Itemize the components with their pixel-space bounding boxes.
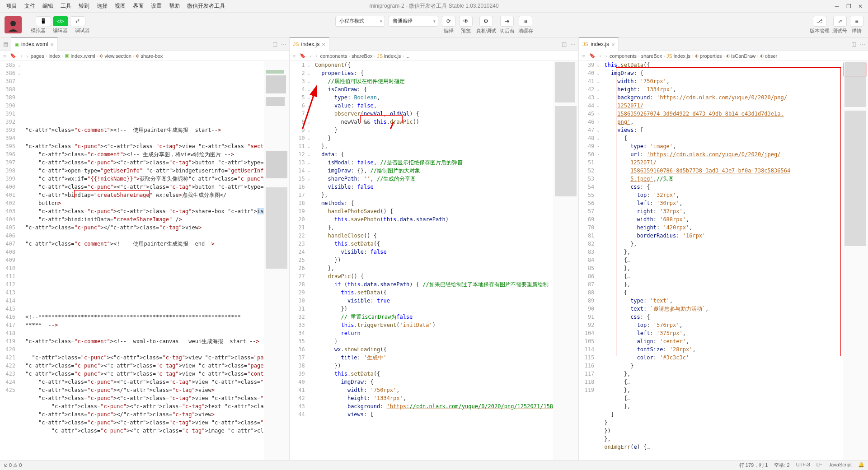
back-icon[interactable]: ‹	[19, 53, 23, 59]
list-icon[interactable]: ≡	[2, 53, 7, 59]
js-file-icon: JS	[293, 42, 299, 47]
close-window-button[interactable]: ✕	[856, 3, 864, 9]
eol[interactable]: LF	[816, 462, 822, 469]
clear-cache-button[interactable]: ≋	[519, 16, 532, 27]
split-editor-icon[interactable]: ◫	[272, 41, 277, 47]
bc-item[interactable]: index.wxml	[70, 53, 95, 59]
fold-gutter[interactable]: ⌄⌄	[18, 61, 24, 460]
more-icon[interactable]: ⋯	[570, 41, 576, 47]
split-editor-icon[interactable]: ◫	[562, 41, 567, 47]
preview-button[interactable]: 👁	[459, 16, 473, 27]
compile-dropdown[interactable]: 普通编译	[389, 16, 438, 27]
problems-count[interactable]: ⊘ 0 ⚠ 0	[4, 462, 22, 468]
menu-select[interactable]: 选择	[93, 1, 111, 11]
minimap[interactable]	[843, 61, 868, 460]
code-content[interactable]: this.setData({ imgDraw: { width: '750rpx…	[603, 61, 843, 460]
list-icon[interactable]: ≡	[291, 53, 297, 59]
forward-icon[interactable]: ›	[604, 53, 608, 59]
bookmark-icon[interactable]: 🔖	[298, 53, 307, 59]
explorer-icon[interactable]: ▤	[0, 41, 11, 47]
fold-gutter[interactable]: ⌄⌄⌄⌄⌄⌄⌄⌄⌄⌄⌄⌄⌄⌄⌄	[308, 61, 314, 460]
element-icon: ⬖	[136, 53, 139, 59]
debugger-button[interactable]: ⇄	[70, 16, 85, 26]
minimap[interactable]	[264, 61, 289, 460]
tab-index-wxml[interactable]: ▣ index.wxml ×	[11, 37, 58, 51]
maximize-button[interactable]: ❐	[845, 3, 853, 9]
editor-button[interactable]: </>	[53, 16, 68, 26]
simulator-label: 模拟器	[31, 27, 46, 34]
forward-icon[interactable]: ›	[314, 53, 319, 59]
tab-label: index.js	[301, 41, 320, 47]
bc-item[interactable]: index.js	[384, 53, 401, 59]
remote-debug-button[interactable]: ⚙	[479, 16, 493, 27]
bc-item[interactable]: pages	[31, 53, 44, 59]
menu-view[interactable]: 视图	[111, 1, 129, 11]
code-content[interactable]: "c-attr">class="c-comment"><!-- 使用painte…	[24, 61, 264, 460]
background-button[interactable]: ⇥	[500, 16, 514, 27]
bc-item[interactable]: index.js	[674, 53, 690, 59]
details-button[interactable]: ≡	[850, 16, 863, 27]
list-icon[interactable]: ≡	[581, 53, 586, 59]
compile-button[interactable]: ⟳	[442, 16, 455, 27]
close-tab-icon[interactable]: ×	[611, 41, 615, 48]
close-tab-icon[interactable]: ×	[50, 41, 54, 48]
menu-project[interactable]: 项目	[3, 1, 21, 11]
back-icon[interactable]: ‹	[598, 53, 603, 59]
bc-item[interactable]: properties	[700, 53, 722, 59]
minimap[interactable]	[553, 61, 578, 460]
bookmark-icon[interactable]: 🔖	[9, 53, 18, 59]
js-file-icon: JS	[582, 42, 588, 47]
status-bar: ⊘ 0 ⚠ 0 行 179，列 1 空格: 2 UTF-8 LF JavaScr…	[0, 460, 868, 470]
bc-item[interactable]: obser	[765, 53, 778, 59]
minimize-button[interactable]: ─	[833, 3, 841, 9]
code-area-3[interactable]: 3940414243444546474849505152535455565769…	[579, 61, 868, 460]
split-editor-icon[interactable]: ◫	[851, 41, 856, 47]
symbol-icon: ⬖	[726, 53, 730, 59]
tab-bar-3: JS index.js × ◫⋯	[579, 37, 868, 51]
more-icon[interactable]: ⋯	[860, 41, 865, 47]
menu-tools[interactable]: 工具	[57, 1, 75, 11]
bc-item[interactable]: view.section	[104, 53, 131, 59]
menu-settings[interactable]: 设置	[147, 1, 165, 11]
bc-item[interactable]: shareBox	[352, 53, 372, 59]
mode-dropdown[interactable]: 小程序模式	[335, 16, 385, 27]
encoding[interactable]: UTF-8	[796, 462, 810, 469]
fold-gutter[interactable]: ⌄⌄⌄⌄⌄⌄››⌄⌄››	[597, 61, 603, 460]
back-icon[interactable]: ‹	[309, 53, 313, 59]
tab-index-js-2[interactable]: JS index.js ×	[290, 37, 329, 51]
simulator-button[interactable]: 📱	[36, 16, 51, 26]
indent-setting[interactable]: 空格: 2	[774, 462, 789, 469]
menu-bar: 项目 文件 编辑 工具 转到 选择 视图 界面 设置 帮助 微信开发者工具 mi…	[0, 0, 868, 13]
line-gutter: 1234567891011121314151617181920212223242…	[290, 61, 308, 460]
bc-item[interactable]: share-box	[141, 53, 163, 59]
menu-edit[interactable]: 编辑	[39, 1, 57, 11]
tab-index-js-3[interactable]: JS index.js ×	[579, 37, 619, 51]
code-content[interactable]: Component({ properties: { //属性值可以在组件使用时指…	[314, 61, 554, 460]
bc-item[interactable]: components	[320, 53, 347, 59]
notifications-icon[interactable]: 🔔	[858, 462, 864, 469]
menu-devtools[interactable]: 微信开发者工具	[183, 1, 229, 11]
menu-file[interactable]: 文件	[21, 1, 39, 11]
code-area-2[interactable]: 1234567891011121314151617181920212223242…	[290, 61, 579, 460]
bookmark-icon[interactable]: 🔖	[588, 53, 597, 59]
code-area-1[interactable]: 3853863873883893903913923933943953963973…	[0, 61, 289, 460]
preview-label: 预览	[461, 28, 471, 34]
wxml-file-icon: ▣	[65, 53, 69, 59]
bc-item[interactable]: isCanDraw	[731, 53, 755, 59]
menu-goto[interactable]: 转到	[75, 1, 93, 11]
close-tab-icon[interactable]: ×	[322, 41, 325, 48]
bc-item[interactable]: components	[610, 53, 637, 59]
debugger-label: 调试器	[75, 27, 90, 34]
menu-help[interactable]: 帮助	[165, 1, 183, 11]
language-mode[interactable]: JavaScript	[829, 462, 852, 469]
version-button[interactable]: ⎇	[813, 16, 826, 27]
bc-item[interactable]: ...	[405, 53, 409, 59]
menu-ui[interactable]: 界面	[129, 1, 147, 11]
bc-item[interactable]: index	[48, 53, 60, 59]
bc-item[interactable]: shareBox	[641, 53, 662, 59]
test-account-button[interactable]: ↗	[833, 16, 847, 27]
forward-icon[interactable]: ›	[25, 53, 29, 59]
more-icon[interactable]: ⋯	[281, 41, 286, 47]
cursor-position[interactable]: 行 179，列 1	[739, 462, 768, 469]
user-avatar[interactable]	[5, 16, 22, 33]
